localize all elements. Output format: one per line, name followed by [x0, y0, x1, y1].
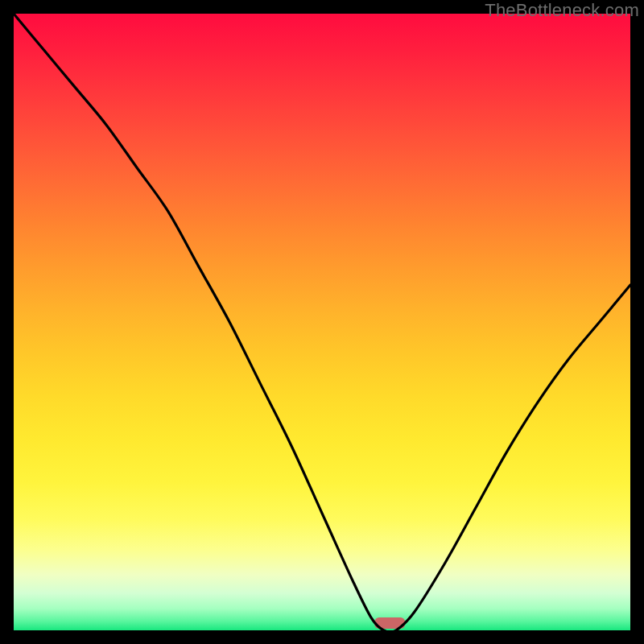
curve-layer: [14, 14, 630, 630]
plot-area: [14, 14, 630, 630]
chart-frame: TheBottleneck.com: [0, 0, 644, 644]
attribution-watermark: TheBottleneck.com: [485, 0, 639, 21]
bottleneck-curve: [14, 14, 630, 630]
